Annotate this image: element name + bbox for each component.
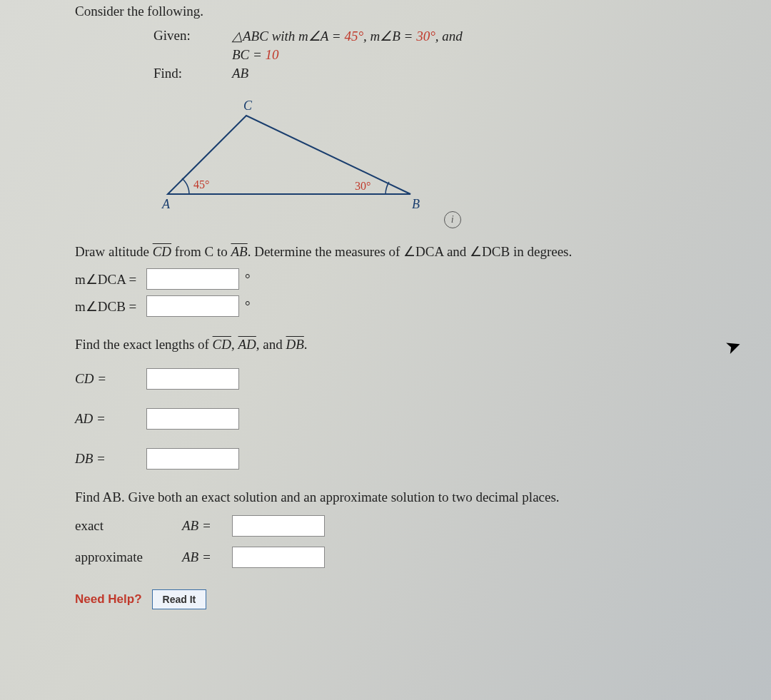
ad-label: AD = <box>75 411 146 427</box>
txt: BC = <box>232 47 266 62</box>
val: 45° <box>344 29 363 44</box>
read-it-button[interactable]: Read It <box>152 589 207 609</box>
cd-label: CD = <box>75 371 146 387</box>
vertex-c: C <box>243 98 253 113</box>
segment-cd: CD <box>213 337 231 352</box>
degree-symbol: ° <box>245 298 251 314</box>
segment-db: DB <box>286 337 304 352</box>
txt: , and <box>435 29 463 44</box>
instruction-1: Draw altitude CD from C to AB. Determine… <box>75 241 750 263</box>
txt: . Determine the measures of ∠DCA and ∠DC… <box>248 244 573 259</box>
angle-a-value: 45° <box>193 178 209 191</box>
db-label: DB = <box>75 451 146 467</box>
vertex-a: A <box>161 197 171 211</box>
angle-b-value: 30° <box>355 180 371 192</box>
ab-approx-input[interactable] <box>232 547 325 568</box>
approx-label: approximate <box>75 549 182 565</box>
db-input[interactable] <box>146 448 239 470</box>
ad-input[interactable] <box>146 408 239 430</box>
mdca-label: m∠DCA = <box>75 271 146 288</box>
given-value-2: BC = 10 <box>232 47 279 63</box>
find-value: AB <box>232 66 248 81</box>
segment-ad: AD <box>238 337 256 352</box>
instruction-3: Find AB. Give both an exact solution and… <box>75 490 750 505</box>
val: 10 <box>266 47 279 62</box>
txt: Draw altitude <box>75 244 153 259</box>
degree-symbol: ° <box>245 271 251 287</box>
txt: , <box>231 337 238 352</box>
ab-exact-input[interactable] <box>232 515 325 537</box>
given-value-1: △ABC with m∠A = 45°, m∠B = 30°, and <box>232 28 463 44</box>
ab-eq-label: AB = <box>182 549 225 565</box>
txt: , and <box>256 337 286 352</box>
txt: from C to <box>171 244 231 259</box>
mdcb-input[interactable] <box>146 295 239 317</box>
given-label: Given: <box>153 28 232 44</box>
given-find-block: Given: △ABC with m∠A = 45°, m∠B = 30°, a… <box>153 28 750 81</box>
val: 30° <box>416 29 435 44</box>
segment-ab: AB <box>231 244 247 259</box>
txt: △ABC with m∠A = <box>232 29 344 44</box>
txt: Find the exact lengths of <box>75 337 213 352</box>
txt: . <box>304 337 308 352</box>
vertex-b: B <box>412 197 420 211</box>
problem-header: Consider the following. <box>75 4 750 19</box>
arc-a <box>182 178 189 194</box>
segment-cd: CD <box>153 244 171 259</box>
need-help-label: Need Help? <box>75 592 142 607</box>
find-label: Find: <box>153 66 232 81</box>
txt: , m∠B = <box>363 29 416 44</box>
mdcb-label: m∠DCB = <box>75 298 146 315</box>
instruction-2: Find the exact lengths of CD, AD, and DB… <box>75 337 750 352</box>
ab-eq-label: AB = <box>182 518 225 534</box>
triangle-figure: A B C 45° 30° i <box>146 94 750 228</box>
mdca-input[interactable] <box>146 268 239 290</box>
exact-label: exact <box>75 518 182 534</box>
cd-input[interactable] <box>146 368 239 390</box>
info-icon[interactable]: i <box>444 211 461 228</box>
